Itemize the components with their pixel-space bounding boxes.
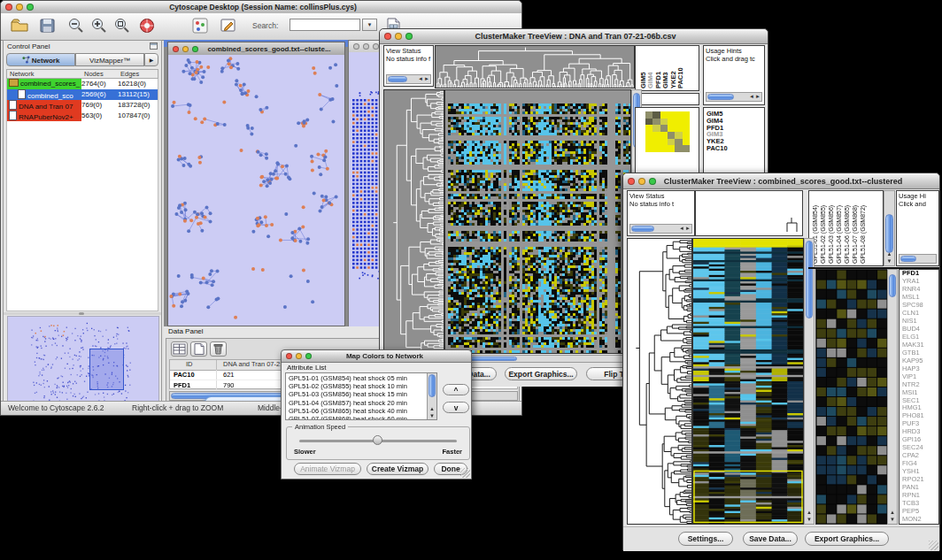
matrix-cell[interactable] — [683, 132, 690, 139]
panel-splitter[interactable] — [4, 312, 161, 315]
create-vizmap-button[interactable]: Create Vizmap — [367, 463, 429, 475]
tv1-status-hscrollbar[interactable]: ◄ ► — [386, 74, 431, 84]
zoom-window-icon[interactable] — [405, 33, 413, 40]
matrix-cell[interactable] — [683, 125, 690, 132]
matrix-cell[interactable] — [675, 139, 682, 146]
gene-label[interactable]: MSL1 — [900, 294, 938, 302]
matrix-cell[interactable] — [675, 111, 682, 119]
zoom-window-icon[interactable] — [373, 43, 379, 50]
matrix-cell[interactable] — [660, 145, 668, 152]
matrix-cell[interactable] — [652, 119, 660, 126]
matrix-cell[interactable] — [660, 119, 668, 126]
gene-label[interactable]: HRD3 — [900, 428, 938, 436]
column-label[interactable]: GPL51-02 (GSM855) — [820, 205, 826, 264]
column-label[interactable]: GPL51-04 (GSM857) — [836, 205, 842, 264]
gene-label[interactable]: CPA2 — [900, 452, 938, 460]
col-edges[interactable]: Edges — [120, 70, 139, 78]
attribute-list-item[interactable]: GPL51-06 (GSM865) heat shock 40 min — [286, 407, 427, 415]
column-label[interactable]: GPL51-06 (GSM865) — [844, 205, 850, 264]
node-attributes-icon[interactable] — [190, 16, 212, 37]
col-nodes[interactable]: Nodes — [84, 70, 104, 78]
gene-label[interactable]: MON2 — [900, 516, 938, 524]
select-attributes-icon[interactable] — [171, 341, 188, 357]
main-titlebar[interactable]: Cytoscape Desktop (Session Name: collins… — [1, 1, 521, 14]
gene-label[interactable]: RPO21 — [900, 476, 938, 484]
matrix-cell[interactable] — [683, 139, 690, 146]
matrix-cell[interactable] — [668, 125, 675, 132]
gene-label[interactable]: PUF3 — [900, 420, 938, 428]
tv2-column-dendrogram-panel[interactable] — [695, 190, 803, 236]
matrix-cell[interactable] — [675, 119, 682, 126]
tv2-row-dendrogram[interactable] — [627, 238, 692, 525]
minimize-icon[interactable] — [296, 353, 302, 359]
matrix-cell[interactable] — [652, 132, 660, 139]
float-panel-icon[interactable] — [150, 42, 158, 50]
matrix-cell[interactable] — [683, 111, 690, 119]
minimize-icon[interactable] — [182, 46, 189, 52]
gene-label[interactable]: TCB3 — [900, 500, 938, 508]
network-row[interactable]: combined_sco2569(6)13112(15) — [7, 89, 158, 100]
minimize-icon[interactable] — [363, 43, 369, 50]
attribute-list-vscrollbar[interactable]: ▲ ▼ — [427, 373, 436, 419]
gene-label[interactable]: MAK31 — [900, 341, 938, 349]
gene-label[interactable]: ELG1 — [900, 334, 938, 341]
gene-label[interactable]: NTR2 — [900, 381, 938, 389]
attribute-list-item[interactable]: GPL51-01 (GSM854) heat shock 05 min — [286, 374, 427, 382]
search-dropdown-icon[interactable]: ▼ — [362, 19, 377, 31]
zoom-window-icon[interactable] — [192, 46, 198, 52]
gene-label[interactable]: HMG1 — [900, 404, 938, 412]
gene-label[interactable]: NIS1 — [900, 318, 938, 326]
column-label[interactable]: GIM3 — [661, 73, 669, 88]
matrix-cell[interactable] — [660, 111, 668, 119]
tv1-heatmap[interactable] — [444, 89, 631, 354]
gene-label[interactable]: KAP95 — [900, 357, 938, 365]
matrix-cell[interactable] — [652, 145, 660, 152]
zoom-out-icon[interactable] — [66, 16, 88, 37]
minimize-icon[interactable] — [638, 178, 645, 185]
network-row[interactable]: DNA and Tran 07769(0)183728(0) — [7, 100, 158, 111]
tv1-row-dendrogram[interactable] — [383, 89, 444, 354]
gene-label[interactable]: PEP5 — [900, 508, 938, 516]
gene-label[interactable]: SPC98 — [900, 302, 938, 310]
matrix-cell[interactable] — [660, 139, 668, 146]
minimize-icon[interactable] — [16, 4, 23, 11]
slider-thumb[interactable] — [373, 435, 382, 445]
window-controls[interactable] — [1, 4, 38, 11]
help-lifering-icon[interactable] — [137, 16, 158, 37]
export-graphics-button[interactable]: Export Graphics... — [805, 532, 889, 546]
settings-button[interactable]: Settings... — [678, 532, 733, 546]
col-network[interactable]: Network — [10, 70, 35, 78]
matrix-cell[interactable] — [652, 139, 660, 146]
export-graphics-button[interactable]: Export Graphics... — [505, 367, 577, 380]
network-view-canvas[interactable] — [168, 55, 344, 326]
matrix-cell[interactable] — [668, 132, 675, 139]
tab-overflow-icon[interactable]: ▶ — [144, 53, 158, 66]
tv2-heatmap-vscrollbar[interactable]: ▲ ▼ — [804, 238, 815, 525]
matrix-cell[interactable] — [652, 111, 660, 119]
gene-label[interactable]: RNR4 — [900, 286, 938, 294]
move-up-button[interactable]: ^ — [443, 384, 469, 395]
column-label[interactable]: GPL51-07 (GSM868) — [852, 205, 858, 264]
gene-label[interactable]: CLN1 — [900, 310, 938, 318]
gene-label[interactable]: PHO81 — [900, 412, 938, 420]
resize-grip[interactable] — [929, 541, 938, 550]
matrix-cell[interactable] — [652, 125, 660, 132]
attribute-list-item[interactable]: GPL51-03 (GSM856) heat shock 15 min — [286, 390, 427, 398]
matrix-cell[interactable] — [645, 111, 652, 119]
gene-label[interactable]: PAN1 — [900, 484, 938, 492]
attribute-list-item[interactable]: GPL51-04 (GSM857) heat shock 20 min — [286, 399, 427, 407]
matrix-cell[interactable] — [660, 132, 668, 139]
gene-label[interactable]: YRA1 — [900, 278, 938, 286]
gene-label[interactable]: RPN1 — [900, 492, 938, 500]
open-folder-icon[interactable] — [10, 16, 31, 37]
matrix-cell[interactable] — [645, 132, 652, 139]
zoom-in-icon[interactable] — [89, 16, 111, 37]
matrix-cell[interactable] — [675, 145, 682, 152]
new-attribute-icon[interactable] — [190, 341, 207, 357]
network-row[interactable]: combined_scores_2764(0)16218(0) — [7, 79, 158, 89]
attribute-listbox[interactable]: GPL51-01 (GSM854) heat shock 05 minGPL51… — [285, 372, 437, 420]
gene-label[interactable]: SEC24 — [900, 444, 938, 452]
row-label[interactable]: PAC10 — [704, 145, 764, 152]
close-icon[interactable] — [5, 4, 12, 11]
close-icon[interactable] — [628, 178, 635, 185]
